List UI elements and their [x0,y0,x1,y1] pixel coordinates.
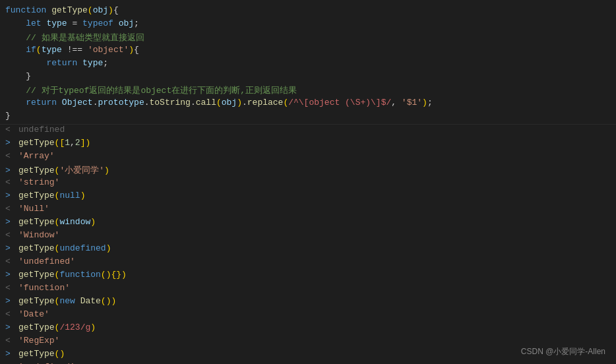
watermark: CSDN @小爱同学-Allen [521,346,605,357]
code-editor: function getType(obj){ let type = typeof… [0,0,616,364]
repl-result-1: <'Array' [0,151,616,164]
repl-input-4: >getType(window) [0,217,616,230]
repl-result-6: <'function' [0,283,616,296]
repl-input-6: >getType(function(){}) [0,270,616,283]
code-line-9: } [0,111,616,124]
repl-input-7: >getType(new Date()) [0,296,616,309]
code-line-6: } [0,71,616,84]
code-line-5: return type; [0,58,616,71]
repl-input-5: >getType(undefined) [0,243,616,257]
repl-result-2: <'string' [0,177,616,191]
repl-result-7: <'Date' [0,309,616,322]
repl-result-3: <'Null' [0,204,616,217]
repl-result-5: <'undefined' [0,257,616,270]
code-line-1: function getType(obj){ [0,5,616,18]
repl-input-3: >getType(null) [0,191,616,204]
code-line-3: // 如果是基础类型就直接返回 [0,32,616,45]
repl-result-initial: <undefined [0,125,616,138]
code-line-7: // 对于typeof返回的结果是object在进行下面的判断,正则返回结果 [0,84,616,98]
repl-input-8: >getType(/123/g) [0,322,616,336]
repl-input-1: >getType([1,2]) [0,138,616,151]
code-line-2: let type = typeof obj; [0,18,616,32]
repl-result-4: <'Window' [0,230,616,243]
repl-input-2: >getType('小爱同学') [0,164,616,177]
code-line-8: return Object.prototype.toString.call(ob… [0,98,616,111]
code-line-4: if(type !== 'object'){ [0,45,616,58]
